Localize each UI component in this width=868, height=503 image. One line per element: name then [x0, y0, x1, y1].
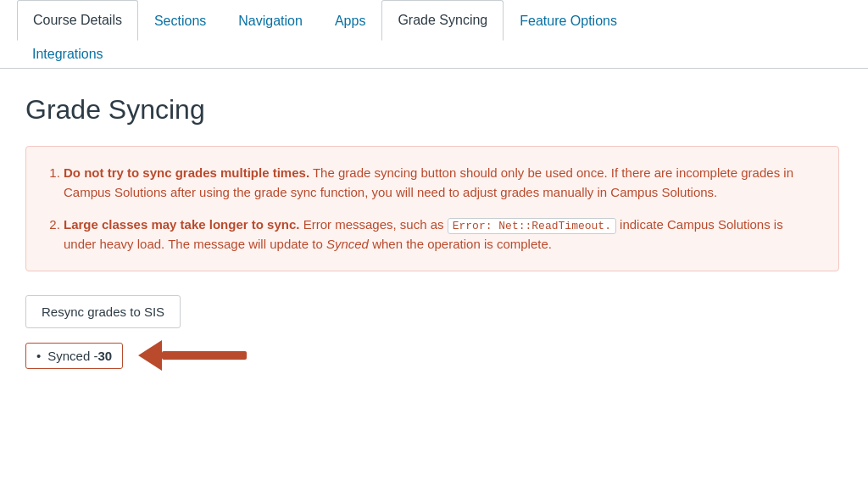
arrow-shaft — [162, 351, 247, 360]
arrow-container — [140, 340, 247, 371]
synced-count: 30 — [97, 349, 112, 363]
tabs-nav: Course Details Sections Navigation Apps … — [0, 0, 868, 69]
tab-navigation[interactable]: Navigation — [222, 1, 319, 41]
tab-feature-options[interactable]: Feature Options — [504, 1, 633, 41]
warning-list: Do not try to sync grades multiple times… — [47, 164, 818, 254]
arrow-head — [138, 340, 162, 371]
warning-item-1: Do not try to sync grades multiple times… — [64, 164, 818, 202]
tab-integrations[interactable]: Integrations — [17, 40, 119, 69]
arrow — [140, 340, 247, 371]
main-content: Grade Syncing Do not try to sync grades … — [0, 69, 868, 396]
synced-label: Synced - — [47, 349, 97, 363]
tab-apps[interactable]: Apps — [319, 1, 381, 41]
synced-bullet: • — [36, 349, 41, 363]
warning-box: Do not try to sync grades multiple times… — [25, 146, 839, 271]
warning-item2-bold: Large classes may take longer to sync. — [64, 217, 299, 232]
warning-item-2: Large classes may take longer to sync. E… — [64, 215, 818, 254]
tab-grade-syncing[interactable]: Grade Syncing — [381, 0, 504, 41]
warning-item2-italic: Synced — [326, 237, 369, 251]
page-title: Grade Syncing — [25, 94, 843, 126]
synced-status-container: • Synced - 30 — [25, 340, 843, 371]
warning-item2-code: Error: Net::ReadTimeout. — [448, 218, 616, 234]
tab-sections[interactable]: Sections — [138, 1, 222, 41]
resync-button[interactable]: Resync grades to SIS — [25, 295, 181, 328]
synced-badge: • Synced - 30 — [25, 343, 123, 369]
warning-item1-bold: Do not try to sync grades multiple times… — [64, 165, 309, 180]
warning-item2-before-code: Error messages, such as — [299, 217, 447, 232]
warning-item2-end: when the operation is complete. — [369, 237, 552, 251]
tab-course-details[interactable]: Course Details — [17, 0, 138, 41]
